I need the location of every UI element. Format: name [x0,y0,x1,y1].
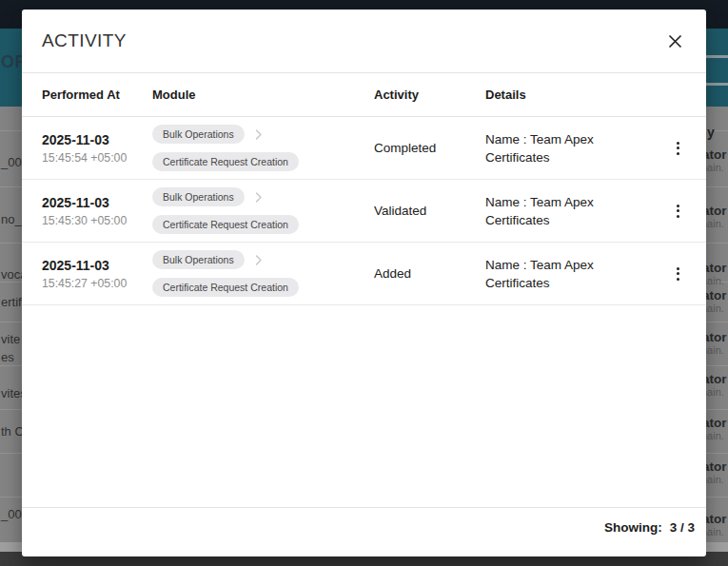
background-cell-fragment: es [1,350,14,364]
activity-cell: Added [374,266,485,281]
pagination-summary: Showing: 3 / 3 [604,520,695,535]
module-child-chip: Certificate Request Creation [152,215,299,234]
chevron-right-icon [251,127,266,142]
row-actions-menu-button[interactable] [666,137,689,160]
showing-label: Showing: [604,520,662,535]
module-cell: Bulk Operations Certificate Request Crea… [152,125,374,171]
kebab-icon [677,142,679,145]
background-header-divider [704,83,728,86]
row-actions-menu-button[interactable] [666,200,689,223]
background-cell-fragment: ertifi [1,295,25,309]
module-cell: Bulk Operations Certificate Request Crea… [152,250,374,297]
background-header-divider [704,55,728,58]
column-header-performed-at: Performed At [42,88,152,102]
activity-cell: Validated [374,204,485,218]
module-child-chip: Certificate Request Creation [152,278,299,297]
kebab-icon [677,205,679,207]
row-date: 2025-11-03 [42,132,152,147]
background-column-header-fragment: y [707,125,715,140]
module-cell: Bulk Operations Certificate Request Crea… [152,187,374,234]
column-header-activity: Activity [374,88,485,102]
kebab-icon [677,267,679,270]
chevron-right-icon [251,190,266,205]
table-row: 2025-11-03 15:45:54 +05:00 Bulk Operatio… [22,117,706,180]
details-cell: Name : Team Apex Certificates [485,130,633,166]
module-parent-chip: Bulk Operations [152,125,245,144]
details-cell: Name : Team Apex Certificates [485,193,633,229]
module-child-chip: Certificate Request Creation [152,152,299,171]
row-date: 2025-11-03 [42,258,152,273]
table-row: 2025-11-03 15:45:27 +05:00 Bulk Operatio… [22,243,706,305]
activity-cell: Completed [374,141,485,155]
close-icon [668,34,682,49]
details-cell: Name : Team Apex Certificates [485,256,633,292]
row-actions-menu-button[interactable] [666,263,689,285]
modal-header: ACTIVITY [22,10,706,73]
background-cell-fragment: vite [1,332,20,346]
module-parent-chip: Bulk Operations [152,250,245,269]
column-header-details: Details [485,88,649,102]
modal-footer: Showing: 3 / 3 [22,507,706,556]
table-body: 2025-11-03 15:45:54 +05:00 Bulk Operatio… [22,117,706,305]
row-time: 15:45:27 +05:00 [42,277,152,290]
showing-value: 3 / 3 [670,520,695,535]
column-header-module: Module [152,88,374,102]
chevron-right-icon [251,253,266,267]
performed-at-cell: 2025-11-03 15:45:30 +05:00 [42,195,152,227]
module-parent-chip: Bulk Operations [152,187,245,206]
table-row: 2025-11-03 15:45:30 +05:00 Bulk Operatio… [22,180,706,243]
modal-title: ACTIVITY [42,30,127,51]
row-time: 15:45:30 +05:00 [42,214,152,227]
table-header-row: Performed At Module Activity Details [22,73,706,117]
activity-modal: ACTIVITY Performed At Module Activity De… [22,10,706,556]
performed-at-cell: 2025-11-03 15:45:27 +05:00 [42,258,152,290]
performed-at-cell: 2025-11-03 15:45:54 +05:00 [42,132,152,165]
row-time: 15:45:54 +05:00 [42,151,152,165]
row-date: 2025-11-03 [42,195,152,210]
close-button[interactable] [662,29,687,53]
